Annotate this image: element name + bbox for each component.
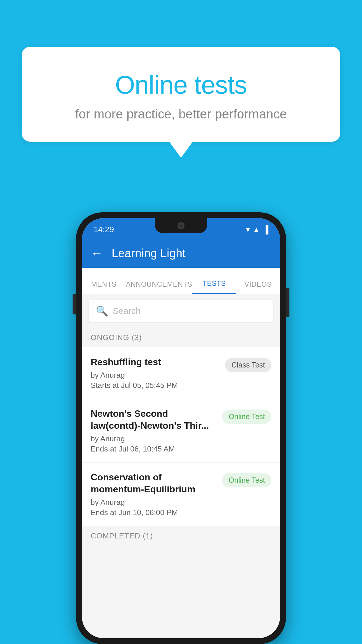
tabs-bar: MENTS ANNOUNCEMENTS TESTS VIDEOS [82, 268, 280, 294]
speech-bubble: Online tests for more practice, better p… [22, 47, 340, 142]
test-badge-1: Class Test [225, 358, 271, 372]
status-time: 14:29 [94, 225, 114, 234]
phone-outer: 14:29 ▾ ▲ ▐ ← Learning Light MENTS ANNOU… [76, 212, 286, 644]
phone-notch [155, 218, 207, 233]
test-title-1: Reshuffling test [91, 356, 219, 368]
ongoing-label: ONGOING (3) [91, 333, 142, 342]
battery-icon: ▐ [263, 225, 268, 234]
search-icon: 🔍 [96, 305, 108, 317]
test-title-2: Newton's Second law(contd)-Newton's Thir… [91, 408, 216, 432]
phone-mockup: 14:29 ▾ ▲ ▐ ← Learning Light MENTS ANNOU… [76, 212, 286, 644]
phone-screen: 14:29 ▾ ▲ ▐ ← Learning Light MENTS ANNOU… [82, 218, 280, 638]
test-title-3: Conservation of momentum-Equilibrium [91, 471, 216, 496]
test-item[interactable]: Newton's Second law(contd)-Newton's Thir… [82, 399, 280, 463]
test-date-2: Ends at Jul 06, 10:45 AM [91, 444, 216, 454]
wifi-icon: ▾ [246, 225, 250, 234]
signal-icon: ▲ [253, 225, 260, 234]
search-section: 🔍 Search [82, 294, 280, 328]
completed-label: COMPLETED (1) [91, 531, 153, 540]
test-info-1: Reshuffling test by Anurag Starts at Jul… [91, 356, 225, 390]
ongoing-section-header: ONGOING (3) [82, 328, 280, 347]
tab-ments[interactable]: MENTS [82, 268, 126, 294]
tab-videos[interactable]: VIDEOS [236, 268, 280, 294]
app-bar-title: Learning Light [112, 247, 186, 260]
test-author-1: by Anurag [91, 371, 219, 380]
search-bar[interactable]: 🔍 Search [89, 300, 273, 322]
back-button[interactable]: ← [91, 246, 103, 260]
app-bar: ← Learning Light [82, 239, 280, 268]
status-icons: ▾ ▲ ▐ [246, 225, 268, 234]
bubble-arrow [169, 142, 193, 158]
test-date-1: Starts at Jul 05, 05:45 PM [91, 381, 219, 390]
tab-announcements[interactable]: ANNOUNCEMENTS [126, 268, 192, 294]
test-info-2: Newton's Second law(contd)-Newton's Thir… [91, 408, 222, 454]
test-list: Reshuffling test by Anurag Starts at Jul… [82, 347, 280, 526]
test-item[interactable]: Reshuffling test by Anurag Starts at Jul… [82, 347, 280, 399]
test-badge-2: Online Test [222, 410, 271, 424]
bubble-title: Online tests [39, 70, 323, 100]
completed-section-header: COMPLETED (1) [82, 526, 280, 546]
tab-tests[interactable]: TESTS [192, 268, 236, 294]
test-author-3: by Anurag [91, 498, 216, 507]
promo-section: Online tests for more practice, better p… [22, 47, 340, 158]
test-date-3: Ends at Jun 10, 06:00 PM [91, 508, 216, 517]
test-author-2: by Anurag [91, 434, 216, 443]
search-input[interactable]: Search [113, 306, 140, 316]
test-item[interactable]: Conservation of momentum-Equilibrium by … [82, 463, 280, 526]
test-badge-3: Online Test [222, 473, 271, 487]
camera [178, 222, 184, 229]
test-info-3: Conservation of momentum-Equilibrium by … [91, 471, 222, 517]
bubble-subtitle: for more practice, better performance [39, 107, 323, 121]
